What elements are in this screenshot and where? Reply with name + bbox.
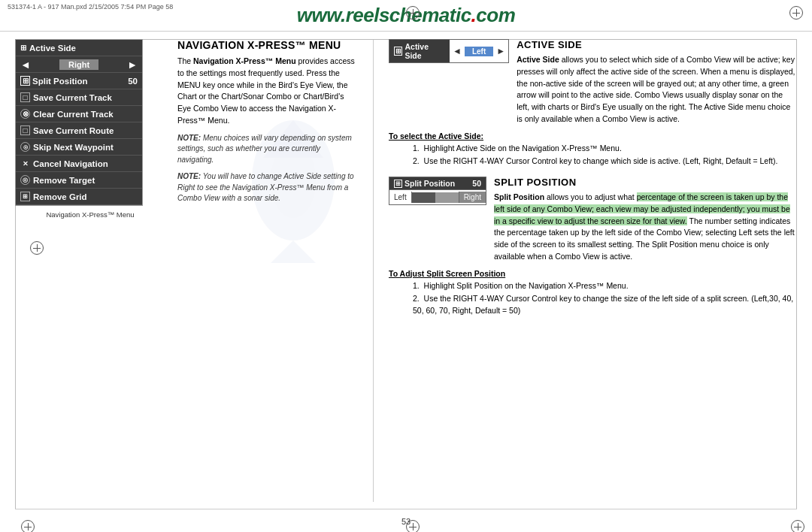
split-step-2: 2. Use the RIGHT 4-WAY Cursor Control ke… [413,293,797,317]
split-bar-row[interactable]: Left Right [389,189,486,204]
menu-clear-track[interactable]: ⊗ Clear Current Track [16,106,142,122]
menu-remove-target[interactable]: ◎ Remove Target [16,172,142,189]
menu-remove-grid[interactable]: ⊞ Remove Grid [16,189,142,205]
split-left-label: Left [389,192,412,203]
split-steps-section: To Adjust Split Screen Position 1. Highl… [389,269,797,317]
skip-label: Skip Next Waypoint [33,143,114,152]
save-route-icon: □ [20,125,30,135]
menu-skip-waypoint[interactable]: ◎ Skip Next Waypoint [16,139,142,156]
active-side-arrow-left[interactable]: ◄ [453,46,462,56]
split-label: Split Position [32,77,87,86]
crosshair-bottom-left [30,241,44,255]
split-steps: 1. Highlight Split Position on the Navig… [401,280,797,317]
active-side-box: ⊞ Active Side ◄ Left ► [389,39,509,63]
nav-arrow-right[interactable]: ► [127,59,138,71]
note1: NOTE: Menu choices will vary depending o… [177,133,358,166]
nav-arrow-left[interactable]: ◄ [20,59,31,71]
crosshair-top-right [789,6,803,20]
header: 531374-1 A - 917 Man.pxd 2/15/2005 7:54 … [0,0,812,32]
split-position-content: SPLIT POSITION Split Position allows you… [494,177,797,263]
active-side-nav-row[interactable]: ◄ Left ► [450,40,508,62]
menu-header-label: Active Side [29,44,76,53]
clear-track-label: Clear Current Track [33,110,114,119]
split-icon: ⊞ [20,76,30,86]
active-side-label: Active Side [404,42,445,60]
skip-icon: ◎ [20,142,30,152]
note2-label: NOTE: [177,172,201,180]
split-widget-icon: ⊞ [394,180,402,188]
nav-menu-title: NAVIGATION X-PRESS™ MENU [177,39,358,51]
clear-track-icon: ⊗ [20,109,30,119]
crosshair-top-center [406,6,420,20]
menu-caption: Navigation X-Press™ Menu [15,210,165,219]
split-right-label: Right [459,192,486,203]
active-side-content: ACTIVE SIDE Active Side allows you to se… [517,39,797,125]
split-bar[interactable] [412,192,459,203]
page-separator [15,509,797,509]
active-side-icon: ⊞ [394,47,402,56]
active-side-step-2: 2. Use the RIGHT 4-WAY Cursor Control ke… [413,156,797,168]
menu-save-route[interactable]: □ Save Current Route [16,122,142,139]
note1-label: NOTE: [177,134,201,142]
note1-text: Menu choices will vary depending on syst… [177,134,352,164]
note2: NOTE: You will have to change Active Sid… [177,171,358,204]
split-widget-header: ⊞ Split Position 50 [389,177,486,189]
active-side-widget: ⊞ Active Side ◄ Left ► [389,39,509,66]
active-side-arrow-right[interactable]: ► [496,46,505,56]
nav-menu-body: The Navigation X-Press™ Menu provides ac… [177,56,358,127]
active-side-title: ACTIVE SIDE [517,39,797,50]
split-steps-title: To Adjust Split Screen Position [389,269,797,278]
remove-target-icon: ◎ [20,175,30,185]
menu-cancel-nav[interactable]: ✕ Cancel Navigation [16,156,142,172]
cancel-icon: ✕ [20,159,30,168]
right-column: ⊞ Active Side ◄ Left ► ACTIVE SIDE Activ… [389,39,797,502]
active-side-body: Active Side allows you to select which s… [517,54,797,125]
nav-label: Right [59,59,98,70]
cancel-label: Cancel Navigation [33,159,108,168]
save-track-label: Save Current Track [33,93,112,102]
remove-grid-label: Remove Grid [33,192,87,201]
split-position-body: Split Position allows you to adjust what… [494,192,797,263]
left-column: ⊞ Active Side ◄ Right ► ⊞ Split Position… [15,39,165,502]
logo-com: com [476,4,515,26]
split-position-widget: ⊞ Split Position 50 Left Right [389,177,486,205]
split-step-1: 1. Highlight Split Position on the Navig… [413,280,797,292]
remove-grid-icon: ⊞ [20,192,30,201]
page-content: ⊞ Active Side ◄ Right ► ⊞ Split Position… [0,32,812,509]
active-side-nav-label: Left [465,47,493,56]
active-side-steps: 1. Highlight Active Side on the Navigati… [401,143,797,168]
menu-save-track[interactable]: □ Save Current Track [16,89,142,106]
page-footer: 53 [0,517,812,526]
logo-www: www. [297,4,346,26]
logo-schematic: schematic [379,4,471,26]
active-side-label-area: ⊞ Active Side [389,40,450,62]
active-side-steps-section: To select the Active Side: 1. Highlight … [389,131,797,168]
page-number: 53 [401,517,411,526]
remove-target-label: Remove Target [33,176,95,185]
menu-header-icon: ⊞ [20,44,26,52]
file-info: 531374-1 A - 917 Man.pxd 2/15/2005 7:54 … [8,3,173,11]
save-route-label: Save Current Route [33,126,114,135]
split-widget-title: Split Position [404,179,455,188]
middle-column: NAVIGATION X-PRESS™ MENU The Navigation … [177,39,358,502]
note2-text: You will have to change Active Side sett… [177,172,354,202]
menu-split-position[interactable]: ⊞ Split Position 50 [16,73,142,89]
split-value: 50 [128,77,138,86]
split-widget-value: 50 [472,179,481,188]
logo-reel: reel [346,4,379,26]
column-divider [373,39,374,502]
save-track-icon: □ [20,92,30,102]
split-position-title: SPLIT POSITION [494,177,797,188]
menu-widget: ⊞ Active Side ◄ Right ► ⊞ Split Position… [15,39,143,206]
active-side-step-1: 1. Highlight Active Side on the Navigati… [413,143,797,155]
active-side-steps-title: To select the Active Side: [389,131,797,141]
menu-header: ⊞ Active Side [16,40,142,56]
menu-nav-row[interactable]: ◄ Right ► [16,56,142,73]
